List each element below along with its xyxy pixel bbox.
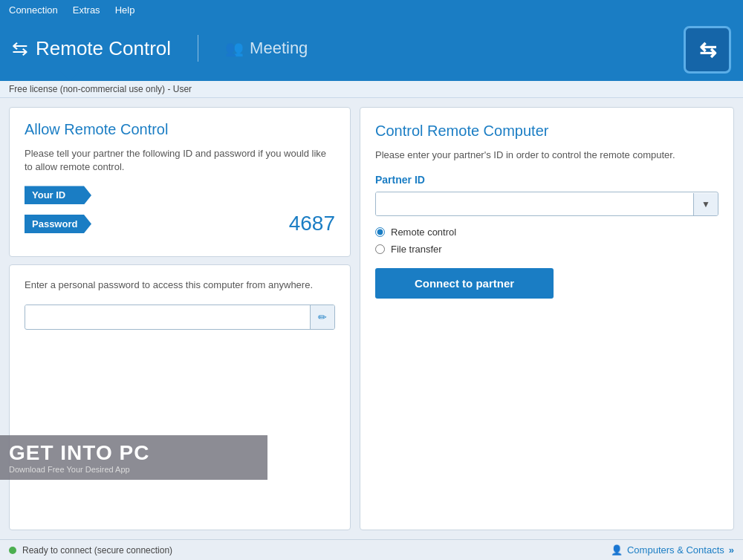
personal-password-input[interactable] <box>25 305 310 328</box>
menu-help[interactable]: Help <box>115 4 135 16</box>
control-rc-desc: Please enter your partner's ID in order … <box>375 149 718 162</box>
remote-control-arrows-icon: ⇆ <box>12 37 28 60</box>
your-id-badge: Your ID <box>25 186 91 204</box>
file-transfer-radio[interactable] <box>375 244 385 254</box>
password-label: Password <box>32 218 77 229</box>
watermark-title: GET INTO PC <box>9 441 259 465</box>
header-divider <box>198 35 198 62</box>
status-left: Ready to connect (secure connection) <box>9 545 172 556</box>
watermark-overlay: GET INTO PC Download Free Your Desired A… <box>0 435 267 480</box>
remote-control-radio[interactable] <box>375 227 385 237</box>
footer: Ready to connect (secure connection) 👤 C… <box>0 539 743 560</box>
remote-control-radio-label: Remote control <box>391 227 456 238</box>
remote-control-label: Remote Control <box>36 37 171 60</box>
tab-arrow-container <box>0 71 743 81</box>
remote-control-title: ⇆ Remote Control <box>12 37 171 60</box>
partner-id-label: Partner ID <box>375 174 718 186</box>
meeting-label: Meeting <box>250 39 308 58</box>
allow-remote-control-section: Allow Remote Control Please tell your pa… <box>9 107 351 257</box>
teamviewer-logo: ⇆ <box>684 26 731 74</box>
connect-to-partner-button[interactable]: Connect to partner <box>375 268 554 299</box>
tab-active-indicator <box>59 71 80 81</box>
status-dot-icon <box>9 547 16 554</box>
allow-rc-desc: Please tell your partner the following I… <box>25 147 335 174</box>
your-id-label: Your ID <box>32 189 65 201</box>
password-value: 4687 <box>289 212 335 235</box>
remote-control-radio-item[interactable]: Remote control <box>375 227 718 238</box>
personal-password-desc: Enter a personal password to access this… <box>25 279 335 292</box>
edit-password-button[interactable]: ✏ <box>310 305 334 329</box>
meeting-section[interactable]: 👥 Meeting <box>225 39 308 58</box>
connection-type-radio-group: Remote control File transfer <box>375 227 718 255</box>
watermark-subtitle: Download Free Your Desired App <box>9 465 259 474</box>
meeting-people-icon: 👥 <box>225 39 244 57</box>
file-transfer-radio-item[interactable]: File transfer <box>375 244 718 255</box>
license-text: Free license (non-commercial use only) -… <box>9 84 192 94</box>
personal-password-section: Enter a personal password to access this… <box>9 264 351 530</box>
menu-connection[interactable]: Connection <box>9 4 58 16</box>
chevron-right-icon: » <box>729 544 734 556</box>
file-transfer-radio-label: File transfer <box>391 244 442 255</box>
your-id-row: Your ID <box>25 186 335 204</box>
status-text: Ready to connect (secure connection) <box>22 545 172 556</box>
contacts-icon: 👤 <box>611 544 623 556</box>
partner-id-field[interactable]: ▼ <box>375 192 718 216</box>
app-header: ⇆ Remote Control 👥 Meeting ⇆ <box>0 20 743 71</box>
allow-rc-title: Allow Remote Control <box>25 121 335 138</box>
menu-extras[interactable]: Extras <box>73 4 100 16</box>
menu-bar: Connection Extras Help <box>0 0 743 20</box>
password-badge: Password <box>25 215 91 233</box>
right-panel: Control Remote Computer Please enter you… <box>360 107 734 530</box>
partner-id-dropdown-button[interactable]: ▼ <box>693 193 718 215</box>
partner-id-input[interactable] <box>376 192 693 215</box>
header-left: ⇆ Remote Control 👥 Meeting <box>12 35 308 62</box>
personal-password-field[interactable]: ✏ <box>25 305 335 330</box>
logo-arrows-icon: ⇆ <box>699 38 716 62</box>
computers-contacts-button[interactable]: 👤 Computers & Contacts » <box>611 544 734 556</box>
control-rc-title: Control Remote Computer <box>375 123 718 140</box>
computers-contacts-label: Computers & Contacts <box>627 544 724 556</box>
license-bar: Free license (non-commercial use only) -… <box>0 81 743 98</box>
main-content: Allow Remote Control Please tell your pa… <box>0 98 743 539</box>
password-row: Password 4687 <box>25 212 335 235</box>
